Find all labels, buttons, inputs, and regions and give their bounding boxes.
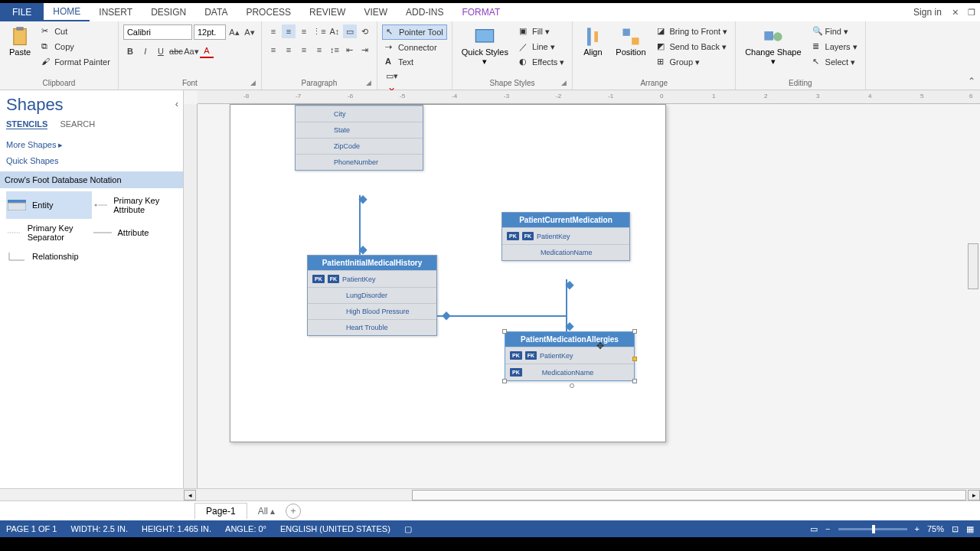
strike-button[interactable]: abc xyxy=(169,44,183,58)
shape-attribute[interactable]: Attribute xyxy=(92,219,178,246)
bold-button[interactable]: B xyxy=(123,44,137,58)
tab-home[interactable]: HOME xyxy=(44,3,90,21)
scroll-track[interactable] xyxy=(412,490,966,500)
shape-styles-dialog-launcher[interactable]: ◢ xyxy=(561,79,570,88)
quick-styles-button[interactable]: Quick Styles▾ xyxy=(457,24,513,68)
scroll-right-button[interactable]: ▸ xyxy=(968,490,980,500)
format-painter-button[interactable]: 🖌Format Painter xyxy=(38,55,113,69)
entity-allergies[interactable]: PatientMedicationAllergies PKFKPatientKe… xyxy=(505,331,635,381)
page-tab[interactable]: Page-1 xyxy=(194,503,247,519)
align-bottom-button[interactable]: ≡ xyxy=(297,24,311,38)
line-spacing-button[interactable]: ↕≡ xyxy=(328,43,341,57)
select-button[interactable]: ↖Select▾ xyxy=(809,55,861,69)
bullets-button[interactable]: ⋮≡ xyxy=(312,24,326,38)
shape-entity[interactable]: Entity xyxy=(6,191,92,219)
drawing-page[interactable]: City State ZipCode PhoneNumber PatientIn… xyxy=(230,104,666,442)
selection-handle[interactable] xyxy=(632,329,637,334)
tab-process[interactable]: PROCESS xyxy=(237,4,300,21)
file-tab[interactable]: FILE xyxy=(0,3,44,21)
entity-row[interactable]: ZipCode xyxy=(296,138,423,154)
entity-header[interactable]: PatientInitialMedicalHistory xyxy=(308,256,436,270)
text-tool-button[interactable]: AText xyxy=(382,55,416,69)
macro-record-icon[interactable]: ▢ xyxy=(404,524,412,534)
tab-addins[interactable]: ADD-INS xyxy=(397,4,452,21)
align-right-button[interactable]: ≡ xyxy=(297,43,311,57)
pointer-tool-button[interactable]: ↖Pointer Tool xyxy=(382,24,447,40)
add-page-button[interactable]: ＋ xyxy=(286,504,301,519)
paste-button[interactable]: Paste xyxy=(5,24,35,58)
entity-row[interactable]: PhoneNumber xyxy=(296,154,423,170)
shrink-font-button[interactable]: A▾ xyxy=(243,25,256,39)
connector-tool-button[interactable]: ⇢Connector xyxy=(382,41,440,54)
shape-pk-separator[interactable]: Primary Key Separator xyxy=(6,219,92,246)
send-to-back-button[interactable]: ◩Send to Back▾ xyxy=(654,40,731,54)
paragraph-dialog-launcher[interactable]: ◢ xyxy=(366,79,375,88)
layers-button[interactable]: ≣Layers▾ xyxy=(809,40,861,54)
zoom-level[interactable]: 75% xyxy=(927,524,944,533)
entity-row[interactable]: LungDisorder xyxy=(308,287,436,303)
vertical-scrollbar[interactable] xyxy=(968,243,978,289)
grow-font-button[interactable]: A▴ xyxy=(227,25,241,39)
sign-in-link[interactable]: Sign in xyxy=(907,7,948,18)
collapse-ribbon-button[interactable]: ⌃ xyxy=(968,76,975,86)
align-left-button[interactable]: ≡ xyxy=(266,43,280,57)
restore-icon[interactable]: ❐ xyxy=(963,8,980,18)
connector[interactable] xyxy=(359,195,361,255)
connector[interactable] xyxy=(437,315,567,317)
entity-row[interactable]: PKMedicationName xyxy=(505,364,634,380)
bring-to-front-button[interactable]: ◪Bring to Front▾ xyxy=(654,24,731,38)
find-button[interactable]: 🔍Find▾ xyxy=(809,24,861,38)
text-direction-button[interactable]: A↕ xyxy=(328,24,341,38)
decrease-indent-button[interactable]: ⇤ xyxy=(343,43,357,57)
entity-history[interactable]: PatientInitialMedicalHistory PKFKPatient… xyxy=(307,255,437,336)
fit-page-button[interactable]: ⊡ xyxy=(952,524,959,534)
status-language[interactable]: ENGLISH (UNITED STATES) xyxy=(280,524,390,533)
selection-handle[interactable] xyxy=(502,379,507,383)
more-shapes-link[interactable]: More Shapes ▸ xyxy=(6,137,177,153)
entity-row[interactable]: City xyxy=(296,106,423,122)
justify-button[interactable]: ≡ xyxy=(312,43,326,57)
increase-indent-button[interactable]: ⇥ xyxy=(358,43,372,57)
align-middle-button[interactable]: ≡ xyxy=(282,24,296,38)
presentation-mode-button[interactable]: ▭ xyxy=(810,524,818,534)
zoom-slider[interactable] xyxy=(838,528,907,530)
entity-patient-top[interactable]: City State ZipCode PhoneNumber xyxy=(295,105,423,171)
change-shape-button[interactable]: Change Shape▾ xyxy=(740,24,805,68)
entity-header[interactable]: PatientCurrentMedication xyxy=(502,213,629,227)
tab-data[interactable]: DATA xyxy=(195,4,237,21)
zoom-in-button[interactable]: + xyxy=(915,524,920,533)
align-button[interactable]: Align xyxy=(577,24,608,58)
underline-button[interactable]: U xyxy=(154,44,168,58)
rotation-handle[interactable] xyxy=(570,383,574,388)
all-pages-button[interactable]: All ▴ xyxy=(258,506,276,517)
selection-handle[interactable] xyxy=(502,329,507,334)
cut-button[interactable]: ✂Cut xyxy=(38,24,113,38)
tab-review[interactable]: REVIEW xyxy=(300,4,354,21)
entity-row[interactable]: High Blood Pressure xyxy=(308,303,436,319)
font-name-select[interactable] xyxy=(123,24,192,40)
close-icon[interactable]: × xyxy=(948,6,963,18)
stencil-category[interactable]: Crow's Foot Database Notation xyxy=(0,171,183,188)
tab-design[interactable]: DESIGN xyxy=(142,4,195,21)
italic-button[interactable]: I xyxy=(139,44,152,58)
zoom-out-button[interactable]: − xyxy=(825,524,830,533)
entity-header[interactable]: PatientMedicationAllergies xyxy=(505,332,634,347)
entity-current-medication[interactable]: PatientCurrentMedication PKFKPatientKey … xyxy=(501,212,630,261)
canvas[interactable]: -8 -7 -6 -5 -4 -3 -2 -1 0 1 2 3 4 5 6 Ci… xyxy=(184,90,980,488)
copy-button[interactable]: ⧉Copy xyxy=(38,40,113,54)
group-button[interactable]: ⊞Group▾ xyxy=(654,55,731,69)
stencils-tab[interactable]: STENCILS xyxy=(6,119,47,129)
fill-button[interactable]: ▣Fill▾ xyxy=(516,24,567,38)
tab-insert[interactable]: INSERT xyxy=(90,4,142,21)
quick-shapes-link[interactable]: Quick Shapes xyxy=(6,153,177,168)
line-button[interactable]: ／Line▾ xyxy=(516,40,567,54)
align-center-button[interactable]: ≡ xyxy=(282,43,296,57)
font-dialog-launcher[interactable]: ◢ xyxy=(250,79,260,88)
selection-handle[interactable] xyxy=(632,357,637,361)
entity-row[interactable]: PKFKPatientKey xyxy=(505,347,634,364)
shape-pk-attribute[interactable]: Primary Key Attribute xyxy=(92,191,178,219)
shape-relationship[interactable]: Relationship xyxy=(6,246,92,266)
align-top-button[interactable]: ≡ xyxy=(266,24,280,38)
font-color-button[interactable]: A xyxy=(200,44,214,58)
search-tab[interactable]: SEARCH xyxy=(60,119,95,129)
